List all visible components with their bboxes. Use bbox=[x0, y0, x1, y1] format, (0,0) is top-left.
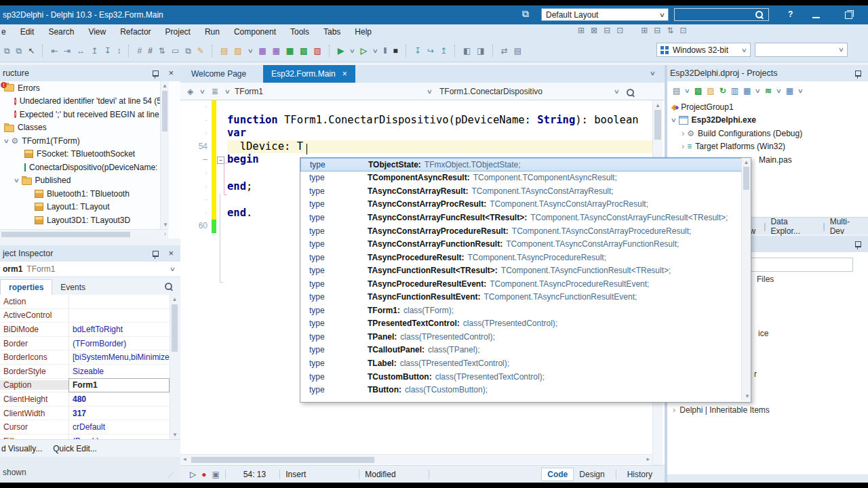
new-window-icon[interactable]: ⧉ bbox=[4, 46, 10, 56]
tree-item[interactable]: › Delphi | Inheritable Items bbox=[673, 405, 770, 415]
remove-folder-icon[interactable]: ▨ bbox=[707, 86, 714, 96]
completion-item[interactable]: typeTButton:class(TCustomButton); bbox=[300, 383, 751, 396]
menu-search[interactable]: Search bbox=[48, 27, 74, 37]
stop-icon[interactable]: ■ bbox=[393, 46, 398, 56]
menu-tabs[interactable]: Tabs bbox=[323, 27, 340, 37]
view-history-button[interactable]: History bbox=[622, 468, 658, 481]
resize-grip[interactable]: ⋰ bbox=[167, 472, 174, 479]
completion-item[interactable]: typeTAsyncProcedureResult:TComponent.TAs… bbox=[300, 251, 751, 264]
pin-icon[interactable] bbox=[153, 70, 159, 77]
options-icon[interactable]: ▦ bbox=[786, 86, 793, 96]
completion-item[interactable]: typeTAsyncProcedureResultEvent:TComponen… bbox=[300, 277, 751, 291]
component-selector[interactable]: orm1 TForm1 ∨ bbox=[0, 262, 180, 277]
build-icon[interactable]: ▦ bbox=[743, 86, 751, 96]
completion-item[interactable]: typeTLabel:class(TPresentedTextControl); bbox=[300, 357, 751, 370]
run-icon[interactable]: ▶ bbox=[338, 46, 344, 56]
chevron-right-icon[interactable]: › bbox=[682, 143, 684, 150]
menu-view[interactable]: View bbox=[88, 27, 106, 37]
quick-edit-link[interactable]: Quick Edit... bbox=[53, 444, 97, 453]
pause-icon[interactable]: ‖ bbox=[384, 46, 387, 56]
panel-tab[interactable]: Multi-Dev bbox=[825, 217, 868, 236]
size-icon[interactable]: ⊞ bbox=[641, 26, 648, 35]
ide-search-input[interactable] bbox=[674, 8, 769, 21]
show-unit-icon[interactable]: ▥ bbox=[731, 86, 738, 96]
breadcrumb-scope[interactable]: TForm1 bbox=[235, 87, 263, 96]
property-row[interactable]: ClientWidth317 bbox=[0, 407, 170, 421]
pin-icon[interactable] bbox=[855, 70, 861, 77]
save-as-icon[interactable]: ▦ bbox=[273, 46, 280, 56]
panel-tab[interactable]: Data Explor... bbox=[766, 217, 823, 236]
select-component-icon[interactable]: ↖ bbox=[28, 46, 35, 56]
structure-tree-item[interactable]: ∨⚙TForm1(TForm) bbox=[0, 134, 160, 148]
run-until-return-icon[interactable]: ↥ bbox=[440, 46, 447, 56]
chevron-down-icon[interactable]: ∨ bbox=[797, 87, 804, 94]
editor-hscrollbar[interactable]: ◂ ▸ bbox=[180, 454, 652, 464]
chevron-down-icon[interactable]: ∨ bbox=[372, 47, 378, 54]
swap-icon[interactable]: ⇄ bbox=[501, 46, 508, 56]
property-row[interactable]: CaptionForm1 bbox=[0, 379, 170, 393]
chevron-down-icon[interactable]: ∨ bbox=[650, 70, 656, 77]
project-tree-item[interactable]: ›⚙Build Configurations (Debug) bbox=[667, 127, 868, 140]
menu-edit[interactable]: Edit bbox=[20, 27, 35, 37]
property-value[interactable]: bdLeftToRight bbox=[68, 323, 170, 336]
property-row[interactable]: BiDiModebdLeftToRight bbox=[0, 323, 170, 337]
minimize-button[interactable] bbox=[812, 17, 820, 18]
close-icon[interactable]: × bbox=[168, 70, 174, 77]
project-tree-item[interactable]: ∨Esp32Delphi.exe bbox=[667, 114, 868, 127]
property-value[interactable]: 317 bbox=[68, 407, 170, 420]
search-icon[interactable] bbox=[165, 283, 172, 290]
platform-combo[interactable]: Windows 32-bit ∨ bbox=[656, 43, 751, 57]
tab-esp32-form-main[interactable]: Esp32.Form.Main × bbox=[263, 65, 355, 83]
tree-item-fragment[interactable]: r bbox=[754, 369, 757, 379]
tab-order-icon[interactable]: ⇅ bbox=[667, 26, 673, 35]
completion-item[interactable]: typeTAsyncConstArrayResult:TComponent.TA… bbox=[300, 184, 751, 198]
new-item-icon[interactable]: ▤ bbox=[673, 86, 680, 96]
property-row[interactable]: BorderStyleSizeable bbox=[0, 365, 170, 379]
property-value[interactable] bbox=[68, 309, 170, 323]
property-value[interactable]: Sizeable bbox=[68, 365, 170, 378]
send-to-back-icon[interactable]: ⊟ bbox=[604, 26, 610, 35]
property-row[interactable]: BorderIcons[biSystemMenu,biMinimize,biMa bbox=[0, 350, 170, 365]
size-dialog-icon[interactable]: ▭ bbox=[172, 46, 179, 56]
chevron-down-icon[interactable]: ∨ bbox=[776, 87, 782, 94]
new-file-icon[interactable]: ▤ bbox=[220, 46, 228, 56]
save-all-icon[interactable]: ▦ bbox=[286, 46, 294, 56]
property-value[interactable]: (Brush) bbox=[68, 434, 170, 439]
structure-hscrollbar[interactable]: › bbox=[0, 229, 168, 239]
align-right-icon[interactable]: ⇥ bbox=[64, 46, 71, 56]
property-row[interactable]: Border(TFormBorder) bbox=[0, 337, 170, 351]
completion-item[interactable]: typeTCustomButton:class(TPresentedTextCo… bbox=[300, 370, 751, 384]
thread-icon[interactable]: ▣ bbox=[212, 470, 219, 479]
completion-item[interactable]: typeTAsyncConstArrayFunctionResult:TComp… bbox=[300, 237, 751, 251]
tab-properties[interactable]: roperties bbox=[0, 279, 52, 295]
tab-welcome-page[interactable]: Welcome Page bbox=[183, 65, 254, 83]
popup-vscrollbar[interactable]: ▲ ▼ bbox=[741, 158, 751, 401]
property-row[interactable]: Action bbox=[0, 295, 170, 309]
chevron-down-icon[interactable]: ∨ bbox=[349, 47, 355, 54]
view-form-icon[interactable]: ⧉ bbox=[16, 46, 22, 56]
add-file-icon[interactable]: ▨ bbox=[300, 46, 307, 56]
property-row[interactable]: Fill(Brush) bbox=[0, 434, 170, 439]
property-value[interactable] bbox=[68, 295, 170, 308]
align-icon[interactable]: ⊡ bbox=[616, 26, 623, 35]
align-center-v-icon[interactable]: ↕ bbox=[117, 46, 121, 56]
align-to-grid-icon[interactable]: ⊞ bbox=[578, 26, 585, 35]
completion-item[interactable]: typeTCalloutPanel:class(TPanel); bbox=[300, 344, 751, 357]
tab-events[interactable]: Events bbox=[52, 280, 94, 295]
step-over-icon[interactable]: ↪ bbox=[427, 46, 434, 56]
close-icon[interactable]: × bbox=[168, 250, 174, 257]
chevron-down-icon[interactable]: ∨ bbox=[247, 47, 253, 54]
search-icon[interactable] bbox=[627, 89, 634, 96]
code-line[interactable]: ·var bbox=[180, 127, 652, 140]
run-no-debug-icon[interactable]: ▷ bbox=[361, 46, 367, 56]
chevron-down-icon[interactable]: ∨ bbox=[684, 87, 690, 94]
tree-item-fragment[interactable]: ice bbox=[758, 329, 768, 338]
completion-item[interactable]: typeTAsyncFunctionResult<TResult>:TCompo… bbox=[300, 264, 751, 277]
structure-tree-item[interactable]: ∨Published bbox=[0, 174, 160, 188]
tree-item-fragment[interactable]: Files bbox=[757, 274, 774, 284]
completion-item[interactable]: typeTPanel:class(TPresentedControl); bbox=[300, 330, 751, 344]
pin-icon[interactable] bbox=[153, 251, 159, 257]
chevron-right-icon[interactable]: › bbox=[682, 130, 684, 137]
property-value[interactable]: Form1 bbox=[68, 378, 170, 393]
view-code-button[interactable]: Code bbox=[541, 468, 574, 481]
